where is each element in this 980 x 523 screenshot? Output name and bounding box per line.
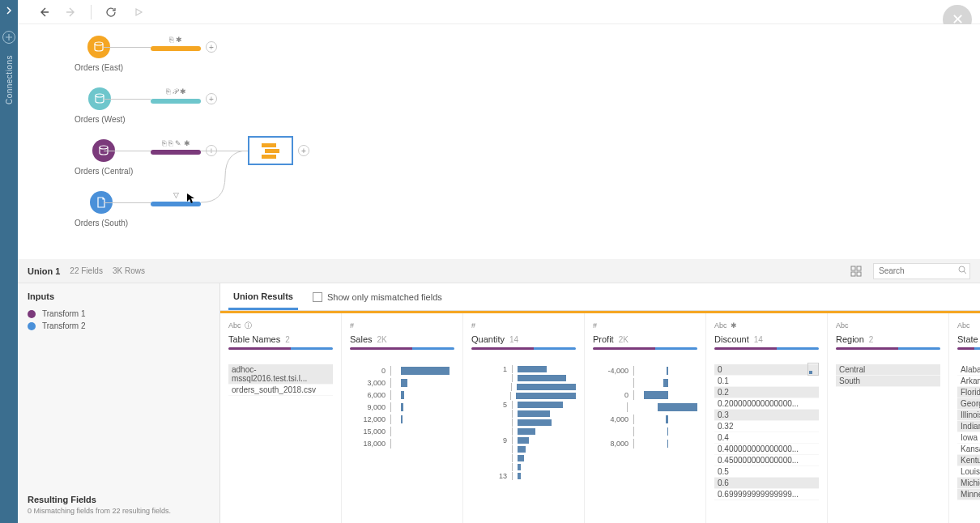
value-row[interactable]: 0.32 [714,421,819,432]
value-row[interactable]: 0.5 [714,466,819,478]
mismatched-fields-checkbox[interactable]: Show only mismatched fields [313,292,442,302]
hist-bar [518,419,552,426]
flow-step-central[interactable]: ⎘ ⎘ ✎ ✱ [151,139,201,155]
inputs-sidebar: Inputs Transform 1Transform 2 Resulting … [18,283,220,523]
card-quantity[interactable]: # Quantity 14 15913 [463,313,585,523]
value-row[interactable]: orders_south_2018.csv [228,385,333,396]
hist-bar [518,437,529,444]
add-step-button[interactable]: + [298,145,309,156]
forward-button[interactable] [63,4,79,20]
search-input[interactable] [873,263,970,279]
input-item[interactable]: Transform 1 [28,308,210,320]
flow-node-union[interactable]: Union 1 [248,136,275,148]
input-item[interactable]: Transform 2 [28,320,210,332]
flow-node-orders-west[interactable]: Orders (West) [75,87,126,124]
hist-tick [390,366,391,376]
card-profit[interactable]: # Profit 2K -4,00004,0008,000 [585,313,706,523]
value-row[interactable]: Louisia [957,466,980,478]
expand-rail-button[interactable] [6,6,12,15]
hist-bar [518,375,566,381]
hist-bar [401,367,450,375]
card-sales[interactable]: # Sales 2K 03,0006,0009,00012,00015,0001… [342,313,463,523]
hist-bar [516,393,576,399]
step-clean-icon: ✱ [176,36,182,44]
hist-bar [666,415,668,423]
step-icons: ⎘ ✱ [151,36,201,44]
histogram-row [593,401,697,413]
value-row[interactable]: 0.450000000000000... [714,455,819,466]
value-row[interactable]: Florida [957,387,980,398]
flow-node-orders-central[interactable]: Orders (Central) [75,139,133,176]
hist-tick [633,415,634,424]
hist-tick [512,427,513,436]
value-row[interactable]: Georgi [957,398,980,410]
value-row[interactable]: adhoc-mssql2016.test.tsi.l... [228,364,333,385]
value-row[interactable]: South [836,376,940,387]
inputs-title: Inputs [28,291,210,301]
grid-view-button[interactable] [849,264,863,279]
hist-tick [512,445,513,453]
step-bar [151,202,201,206]
flow-step-east[interactable]: ⎘ ✱ [151,36,201,51]
hist-label: 9 [471,436,507,444]
value-row[interactable]: 0.200000000000000... [714,398,819,410]
run-button[interactable] [130,4,147,20]
back-button[interactable] [36,4,52,20]
value-row[interactable]: 0.2 [714,387,819,398]
flow-node-orders-south[interactable]: Orders (South) [75,191,128,227]
connector [104,151,151,151]
flow-canvas[interactable]: Orders (East) ⎘ ✱ + Orders (West) ⎘ 𝒫 ✱ … [18,24,980,259]
value-row[interactable]: 0.699999999999999... [714,489,819,500]
hist-tick [390,402,391,412]
value-row[interactable]: Michig [957,478,980,489]
add-step-button[interactable]: + [206,41,217,53]
hist-tick [390,427,391,436]
step-out-icon: ⎘ [169,36,173,44]
value-row[interactable]: 0.400000000000000... [714,444,819,455]
hist-tick [512,463,513,471]
add-connection-button[interactable] [2,31,15,44]
results-panel: Union Results Show only mismatched field… [220,283,980,523]
resulting-fields-subtitle: 0 Mismatching fields from 22 resulting f… [28,507,210,515]
value-row[interactable]: Kentuc [957,455,980,466]
svg-point-7 [959,266,965,272]
resulting-fields-title: Resulting Fields [28,495,210,504]
histogram-row: 0 [350,364,454,376]
step-bar [151,150,201,155]
card-region[interactable]: Abc Region 2 CentralSouth [828,313,949,523]
step-link-icon: 𝒫 [173,87,177,96]
hist-tick [512,436,513,444]
value-row[interactable]: Minnes [957,489,980,500]
histogram-row: 15,000 [350,425,454,437]
add-step-button[interactable]: + [206,93,217,104]
hist-bar [644,391,668,399]
value-row[interactable]: Indiana [957,421,980,432]
profile-cards: Abc ⓘ Table Names 2 adhoc-mssql2016.test… [220,313,980,523]
value-row[interactable]: Kansas [957,444,980,455]
value-row[interactable]: 0.6 [714,478,819,489]
hist-label: 8,000 [593,440,628,448]
card-table-names[interactable]: Abc ⓘ Table Names 2 adhoc-mssql2016.test… [220,313,342,523]
flow-step-west[interactable]: ⎘ 𝒫 ✱ [151,87,201,104]
card-discount[interactable]: Abc ✱ Discount 14 00.10.20.2000000000000… [706,313,828,523]
value-row[interactable]: 0 [714,364,819,376]
hist-tick [390,439,391,449]
value-row[interactable]: 0.1 [714,376,819,387]
histogram-row: 1 [471,364,576,373]
tab-union-results[interactable]: Union Results [228,285,298,310]
value-row[interactable]: Arkans [957,376,980,387]
value-row[interactable]: Iowa [957,432,980,444]
value-row[interactable]: Alabam [957,364,980,376]
card-state[interactable]: Abc State AlabamArkansFloridaGeorgiIllin… [949,313,980,523]
flow-node-orders-east[interactable]: Orders (East) [75,36,123,72]
value-row[interactable]: 0.4 [714,432,819,444]
histogram-row: 3,000 [350,376,454,389]
value-row[interactable]: 0.3 [714,410,819,421]
flow-step-south[interactable]: ▽ [151,191,201,206]
hist-tick [512,374,513,382]
value-row[interactable]: Central [836,364,940,376]
step-bar [151,99,201,104]
value-row[interactable]: Illinois [957,410,980,421]
refresh-button[interactable] [103,4,119,20]
hist-label: 4,000 [593,415,628,423]
